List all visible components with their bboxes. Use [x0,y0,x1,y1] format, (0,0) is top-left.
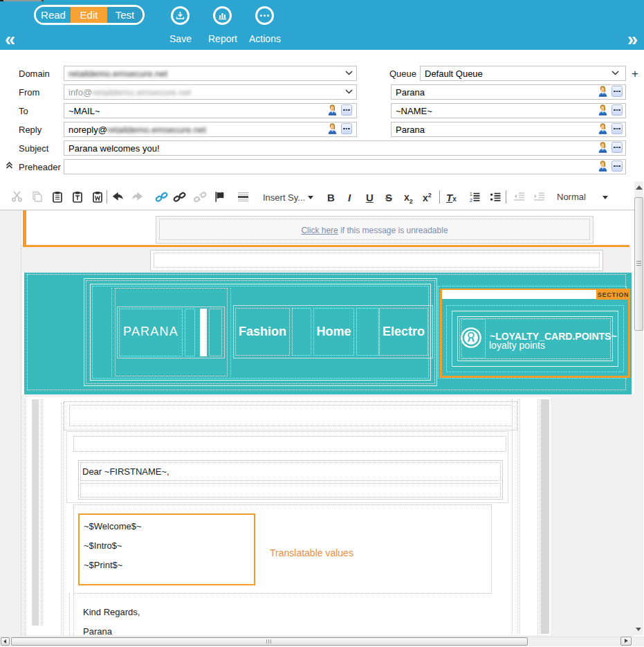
svg-text:2: 2 [470,198,472,203]
svg-text:1: 1 [470,192,472,197]
